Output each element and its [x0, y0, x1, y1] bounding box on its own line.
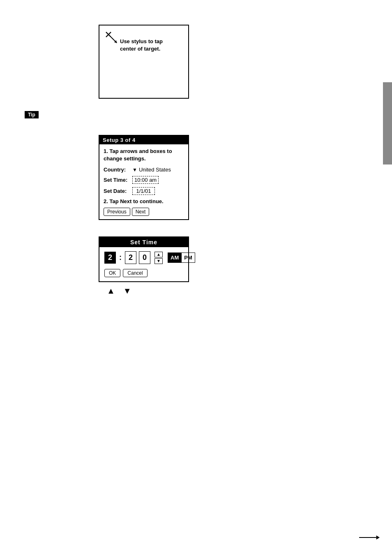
settime-value[interactable]: 10:00 am — [132, 176, 159, 184]
svg-marker-5 — [376, 535, 380, 540]
hour-digit[interactable]: 2 — [104, 252, 116, 264]
setup-content: 1. Tap arrows and boxes to change settin… — [99, 144, 188, 219]
time-display-row: 2 : 2 0 ▲ ▼ AM PM — [104, 251, 183, 264]
settime-dialog-title: Set Time — [99, 237, 188, 247]
setup-buttons: Previous Next — [104, 208, 184, 216]
arrow-indicators: ▲ ▼ — [107, 286, 367, 296]
calibration-target — [104, 30, 121, 48]
country-label: Country: — [104, 167, 132, 173]
minute-ones-digit[interactable]: 0 — [139, 251, 150, 264]
setdate-row: Set Date: 1/1/01 — [104, 187, 184, 195]
calibration-instruction: Use stylus to tap center of target. — [120, 38, 163, 53]
country-value: United States — [139, 167, 171, 173]
calibration-screen: Use stylus to tap center of target. — [99, 25, 189, 99]
time-down-arrow[interactable]: ▼ — [154, 258, 163, 264]
setup-instruction1: 1. Tap arrows and boxes to change settin… — [104, 148, 184, 162]
setup-header: Setup 3 of 4 — [99, 136, 188, 144]
settime-cancel-button[interactable]: Cancel — [123, 269, 147, 277]
settime-dialog-content: 2 : 2 0 ▲ ▼ AM PM OK — [99, 247, 188, 281]
dropdown-arrow-icon: ▼ — [132, 167, 137, 173]
up-arrow-indicator: ▲ — [107, 286, 115, 296]
settime-ok-button[interactable]: OK — [104, 269, 120, 277]
calibration-line2: center of target. — [120, 46, 160, 52]
time-colon: : — [118, 253, 122, 262]
pm-button[interactable]: PM — [182, 253, 195, 262]
settime-buttons: OK Cancel — [104, 269, 183, 277]
settime-row: Set Time: 10:00 am — [104, 176, 184, 184]
tip-label: Tip — [25, 111, 39, 118]
country-row: Country: ▼ United States — [104, 167, 184, 173]
next-arrow-icon — [359, 533, 380, 542]
setup-screen: Setup 3 of 4 1. Tap arrows and boxes to … — [99, 135, 189, 220]
sidebar-bar — [383, 82, 392, 164]
previous-button[interactable]: Previous — [104, 208, 130, 216]
setup-instruction2: 2. Tap Next to continue. — [104, 198, 184, 204]
setdate-label: Set Date: — [104, 188, 132, 194]
settime-dialog: Set Time 2 : 2 0 ▲ ▼ AM PM — [99, 236, 189, 282]
down-arrow-indicator: ▼ — [123, 286, 131, 296]
setdate-value[interactable]: 1/1/01 — [132, 187, 155, 195]
settime-label: Set Time: — [104, 177, 132, 183]
calibration-line1: Use stylus to tap — [120, 38, 163, 44]
am-button[interactable]: AM — [168, 253, 181, 262]
ampm-toggle[interactable]: AM PM — [168, 253, 195, 263]
next-button[interactable]: Next — [132, 208, 150, 216]
time-up-arrow[interactable]: ▲ — [154, 252, 163, 257]
next-page-arrow — [359, 533, 380, 544]
minute-tens-digit[interactable]: 2 — [125, 251, 136, 264]
page-container: Use stylus to tap center of target. Tip … — [0, 0, 392, 556]
time-arrows: ▲ ▼ — [154, 252, 163, 264]
country-dropdown[interactable]: ▼ United States — [132, 167, 171, 173]
crosshair-icon — [104, 30, 121, 47]
